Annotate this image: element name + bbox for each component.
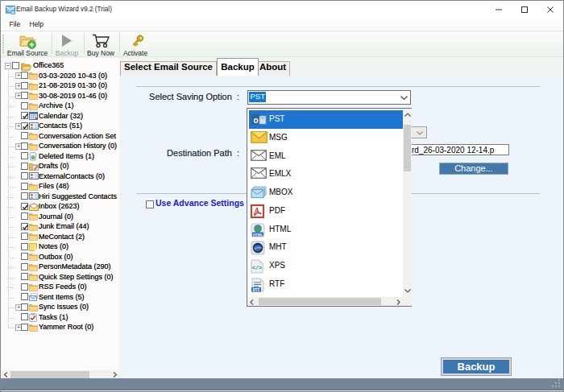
svg-text:RTF: RTF	[253, 287, 260, 291]
svg-text:o: o	[253, 116, 258, 125]
svg-text:</>: </>	[252, 265, 263, 271]
svg-text:HTML: HTML	[253, 232, 263, 236]
